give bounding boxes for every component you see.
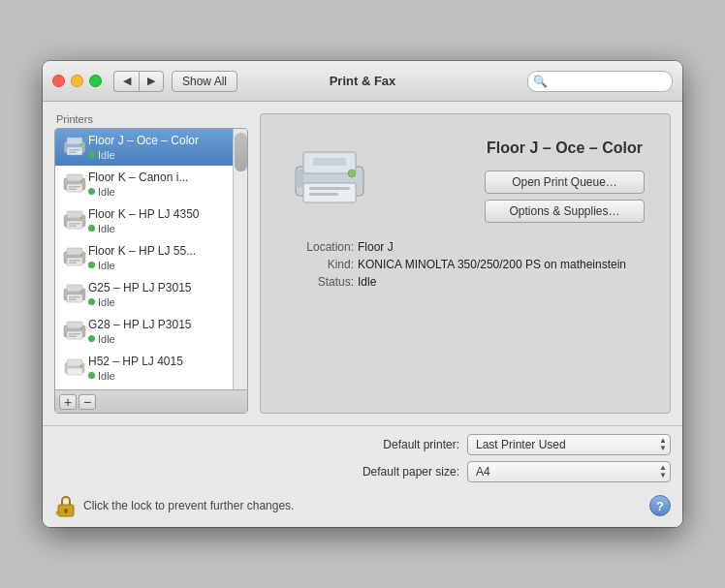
svg-point-51 (348, 170, 356, 177)
svg-rect-48 (309, 187, 350, 190)
svg-rect-38 (67, 368, 82, 375)
svg-rect-2 (67, 147, 82, 155)
options-supplies-button[interactable]: Options & Supplies… (485, 200, 645, 223)
titlebar: ◀ ▶ Show All Print & Fax 🔍 (43, 61, 682, 102)
svg-rect-15 (69, 223, 80, 225)
location-label: Location: (286, 240, 354, 254)
list-item[interactable]: H52 – HP LJ 4015 Idle (55, 350, 247, 387)
printer-detail: Floor J – Oce – Color Open Print Queue… … (260, 113, 671, 414)
status-row: Status: Idle (286, 275, 645, 289)
status-value: Idle (358, 275, 376, 289)
status-dot (88, 188, 95, 195)
svg-rect-37 (67, 359, 82, 366)
printer-icon (61, 281, 88, 304)
default-paper-row: Default paper size: A4 ▲ ▼ (54, 461, 671, 482)
printer-info: Floor J – Oce – Color Idle (88, 134, 241, 161)
maximize-button[interactable] (89, 75, 102, 87)
svg-rect-1 (67, 138, 82, 144)
printer-status: Idle (88, 333, 241, 345)
svg-rect-3 (69, 149, 80, 151)
printer-status: Idle (88, 223, 241, 234)
list-item[interactable]: Floor K – HP LJ 55... Idle (55, 239, 247, 276)
printer-status: Idle (88, 370, 241, 382)
printer-info: Floor K – HP LJ 55... Idle (88, 244, 241, 271)
printer-list: Floor J – Oce – Color Idle (54, 128, 248, 414)
detail-printer-name: Floor J – Oce – Color (485, 139, 645, 157)
svg-rect-4 (69, 152, 77, 154)
add-printer-button[interactable]: + (59, 394, 77, 410)
svg-rect-27 (69, 296, 80, 298)
printer-icon (61, 207, 88, 231)
default-paper-select[interactable]: A4 (467, 461, 671, 482)
default-printer-select[interactable]: Last Printer Used (467, 434, 671, 455)
window-title: Print & Fax (330, 74, 396, 88)
printer-status: Idle (88, 296, 241, 308)
printer-icon (61, 170, 88, 194)
footer: Click the lock to prevent further change… (54, 488, 671, 519)
traffic-lights (52, 75, 102, 87)
main-content: Printers Floor J – (43, 102, 682, 425)
svg-point-23 (80, 254, 83, 257)
printer-status: Idle (88, 149, 241, 161)
printer-status: Idle (88, 186, 241, 198)
svg-rect-19 (67, 248, 82, 255)
svg-rect-25 (67, 285, 82, 292)
printer-name: Floor K – HP LJ 4350 (88, 207, 241, 223)
svg-rect-20 (67, 258, 82, 265)
default-printer-label: Default printer: (383, 438, 459, 451)
svg-rect-10 (69, 189, 77, 191)
minimize-button[interactable] (71, 75, 83, 87)
svg-rect-52 (296, 170, 303, 187)
status-dot (88, 298, 95, 305)
lock-icon (54, 492, 78, 519)
printer-info: G28 – HP LJ P3015 Idle (88, 318, 241, 345)
list-item[interactable]: Floor K – Canon i... Idle (55, 166, 247, 202)
printer-list-scroll[interactable]: Floor J – Oce – Color Idle (55, 129, 247, 389)
printer-icon (61, 134, 88, 157)
status-dot (88, 151, 95, 158)
list-item[interactable]: G25 – HP LJ P3015 Idle (55, 276, 247, 313)
list-item[interactable]: G28 – HP LJ P3015 Idle (55, 313, 247, 350)
search-input[interactable] (527, 71, 673, 92)
back-button[interactable]: ◀ (113, 71, 139, 92)
svg-rect-22 (69, 263, 77, 264)
location-value: Floor J (358, 240, 394, 254)
printer-icon (61, 244, 88, 267)
svg-point-35 (80, 327, 83, 330)
kind-row: Kind: KONICA MINOLTA 350/250/200 PS on m… (286, 258, 645, 271)
close-button[interactable] (52, 75, 65, 87)
main-window: ◀ ▶ Show All Print & Fax 🔍 Printers (43, 61, 682, 527)
svg-rect-9 (69, 186, 80, 188)
detail-info: Location: Floor J Kind: KONICA MINOLTA 3… (276, 232, 654, 289)
svg-point-5 (80, 143, 83, 146)
remove-printer-button[interactable]: − (79, 394, 96, 410)
list-item[interactable]: Floor K – HP LJ 4350 Idle (55, 202, 247, 239)
printer-name: Floor K – HP LJ 55... (88, 244, 241, 260)
detail-actions: Floor J – Oce – Color Open Print Queue… … (485, 139, 645, 223)
open-print-queue-button[interactable]: Open Print Queue… (485, 170, 645, 194)
lock-area[interactable]: Click the lock to prevent further change… (54, 492, 294, 519)
printer-large-image (286, 142, 373, 210)
svg-point-29 (80, 291, 83, 294)
search-container: 🔍 (527, 71, 673, 92)
default-paper-select-wrapper: A4 ▲ ▼ (467, 461, 671, 482)
forward-button[interactable]: ▶ (139, 71, 164, 92)
list-item[interactable]: Floor J – Oce – Color Idle (55, 129, 247, 166)
help-button[interactable]: ? (649, 495, 671, 516)
svg-rect-56 (56, 511, 60, 514)
show-all-button[interactable]: Show All (172, 71, 237, 92)
status-dot (88, 335, 95, 342)
svg-rect-26 (67, 294, 82, 302)
svg-rect-7 (67, 174, 82, 181)
printer-info: Floor K – HP LJ 4350 Idle (88, 207, 241, 234)
kind-label: Kind: (286, 258, 354, 271)
nav-buttons: ◀ ▶ (113, 71, 164, 92)
printer-info: Floor K – Canon i... Idle (88, 170, 241, 198)
svg-rect-13 (67, 211, 82, 218)
svg-point-39 (80, 365, 83, 368)
status-dot (88, 262, 95, 268)
scrollbar-track[interactable] (233, 129, 247, 389)
printer-info: G25 – HP LJ P3015 Idle (88, 281, 241, 308)
printer-name: Floor J – Oce – Color (88, 134, 241, 149)
scrollbar-thumb[interactable] (235, 133, 247, 171)
